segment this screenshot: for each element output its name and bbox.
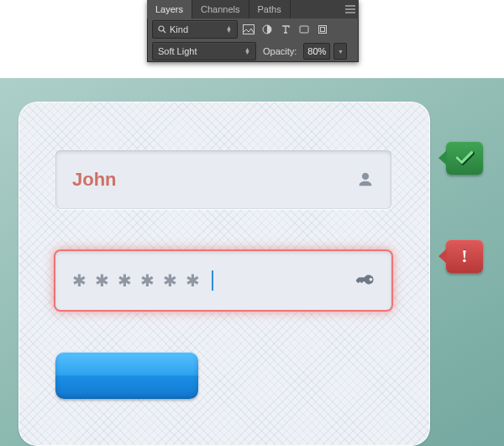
svg-rect-4 [300,26,308,33]
opacity-dropdown-icon[interactable]: ▼ [333,43,347,60]
panel-menu-icon[interactable] [342,0,359,18]
tab-layers[interactable]: Layers [147,0,192,18]
password-field[interactable]: ✱✱✱✱✱✱ [55,251,391,310]
username-value: John [72,169,356,191]
filter-adjust-icon[interactable] [260,22,275,37]
text-cursor [212,270,213,291]
callout-arrow [438,249,447,264]
select-stepper-icon: ▲▼ [226,26,232,33]
filter-pixel-icon[interactable] [241,22,256,37]
check-icon [454,147,475,169]
tab-channels[interactable]: Channels [192,0,249,18]
user-icon [356,171,375,189]
filter-shape-icon[interactable] [297,22,312,37]
key-icon [356,271,375,290]
select-stepper-icon: ▲▼ [244,48,250,55]
photoshop-layers-panel: Layers Channels Paths Kind ▲▼ Soft L [147,0,359,62]
filter-kind-label: Kind [170,24,188,34]
blend-mode-select[interactable]: Soft Light ▲▼ [152,42,256,60]
opacity-value[interactable]: 80% [303,43,330,60]
svg-rect-2 [244,25,255,34]
blend-row: Soft Light ▲▼ Opacity: 80% ▼ [147,40,359,62]
validation-error-callout: ! [446,239,483,273]
svg-line-1 [163,30,165,33]
callout-arrow [438,150,447,165]
svg-rect-6 [321,28,325,32]
filter-row: Kind ▲▼ [147,18,359,40]
password-mask: ✱✱✱✱✱✱ [72,270,356,291]
exclamation-icon: ! [461,245,467,267]
filter-kind-select[interactable]: Kind ▲▼ [152,20,238,39]
filter-type-icon[interactable] [278,22,293,37]
validation-success-callout [446,141,483,175]
svg-point-0 [159,26,164,31]
login-card: John ✱✱✱✱✱✱ [18,102,430,446]
username-field[interactable]: John [55,150,391,209]
opacity-label: Opacity: [260,46,300,56]
design-canvas: John ✱✱✱✱✱✱ ! [0,78,504,446]
blend-mode-value: Soft Light [158,46,197,56]
submit-button[interactable] [55,352,198,399]
panel-tabs: Layers Channels Paths [147,0,359,18]
tab-paths[interactable]: Paths [249,0,291,18]
svg-rect-5 [319,26,327,34]
filter-smart-icon[interactable] [315,22,330,37]
